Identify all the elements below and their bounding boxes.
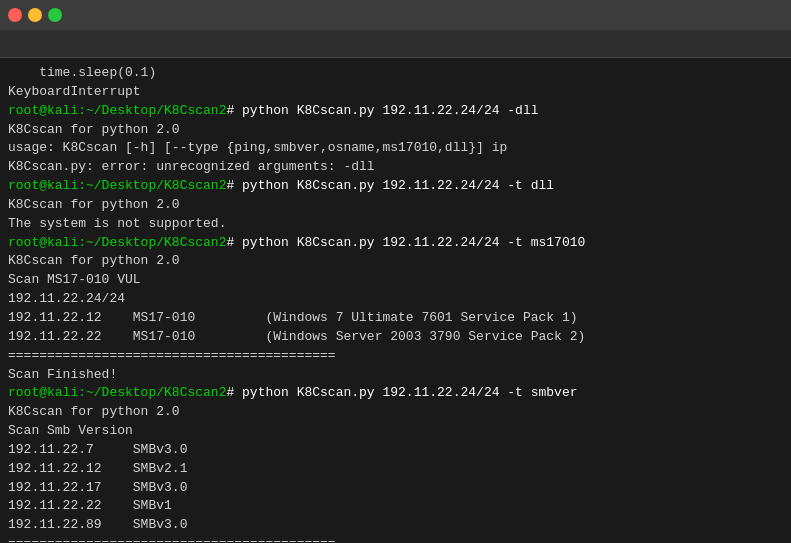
- terminal-line: The system is not supported.: [8, 215, 783, 234]
- terminal-line: 192.11.22.12 SMBv2.1: [8, 460, 783, 479]
- terminal-line: 192.11.22.7 SMBv3.0: [8, 441, 783, 460]
- terminal-window: time.sleep(0.1)KeyboardInterruptroot@kal…: [0, 0, 791, 543]
- menu-help[interactable]: [114, 40, 134, 48]
- terminal-line: 192.11.22.24/24: [8, 290, 783, 309]
- prompt-text: root@kali:~/Desktop/K8Cscan2: [8, 103, 226, 118]
- menu-edit[interactable]: [26, 40, 46, 48]
- terminal-line: root@kali:~/Desktop/K8Cscan2# python K8C…: [8, 177, 783, 196]
- terminal-line: time.sleep(0.1): [8, 64, 783, 83]
- command-text: # python K8Cscan.py 192.11.22.24/24 -t m…: [226, 235, 585, 250]
- terminal-line: 192.11.22.17 SMBv3.0: [8, 479, 783, 498]
- terminal-line: 192.11.22.89 SMBv3.0: [8, 516, 783, 535]
- command-text: # python K8Cscan.py 192.11.22.24/24 -t s…: [226, 385, 577, 400]
- terminal-line: K8Cscan.py: error: unrecognized argument…: [8, 158, 783, 177]
- titlebar-buttons: [8, 8, 62, 22]
- terminal-line: KeyboardInterrupt: [8, 83, 783, 102]
- terminal-line: root@kali:~/Desktop/K8Cscan2# python K8C…: [8, 102, 783, 121]
- terminal-line: K8Cscan for python 2.0: [8, 196, 783, 215]
- terminal-line: K8Cscan for python 2.0: [8, 121, 783, 140]
- prompt-text: root@kali:~/Desktop/K8Cscan2: [8, 178, 226, 193]
- terminal-line: 192.11.22.12 MS17-010 (Windows 7 Ultimat…: [8, 309, 783, 328]
- command-text: # python K8Cscan.py 192.11.22.24/24 -t d…: [226, 178, 554, 193]
- terminal-line: Scan MS17-010 VUL: [8, 271, 783, 290]
- prompt-text: root@kali:~/Desktop/K8Cscan2: [8, 235, 226, 250]
- terminal-line: ========================================…: [8, 535, 783, 543]
- prompt-text: root@kali:~/Desktop/K8Cscan2: [8, 385, 226, 400]
- menu-view[interactable]: [48, 40, 68, 48]
- terminal-line: usage: K8Cscan [-h] [--type {ping,smbver…: [8, 139, 783, 158]
- maximize-button[interactable]: [48, 8, 62, 22]
- terminal-line: 192.11.22.22 MS17-010 (Windows Server 20…: [8, 328, 783, 347]
- menubar: [0, 30, 791, 58]
- terminal-line: K8Cscan for python 2.0: [8, 403, 783, 422]
- terminal-line: K8Cscan for python 2.0: [8, 252, 783, 271]
- titlebar: [0, 0, 791, 30]
- terminal-line: root@kali:~/Desktop/K8Cscan2# python K8C…: [8, 234, 783, 253]
- close-button[interactable]: [8, 8, 22, 22]
- menu-search[interactable]: [70, 40, 90, 48]
- terminal-body[interactable]: time.sleep(0.1)KeyboardInterruptroot@kal…: [0, 58, 791, 543]
- terminal-line: Scan Smb Version: [8, 422, 783, 441]
- menu-file[interactable]: [4, 40, 24, 48]
- terminal-line: ========================================…: [8, 347, 783, 366]
- terminal-line: root@kali:~/Desktop/K8Cscan2# python K8C…: [8, 384, 783, 403]
- command-text: # python K8Cscan.py 192.11.22.24/24 -dll: [226, 103, 538, 118]
- terminal-line: Scan Finished!: [8, 366, 783, 385]
- menu-terminal[interactable]: [92, 40, 112, 48]
- minimize-button[interactable]: [28, 8, 42, 22]
- terminal-line: 192.11.22.22 SMBv1: [8, 497, 783, 516]
